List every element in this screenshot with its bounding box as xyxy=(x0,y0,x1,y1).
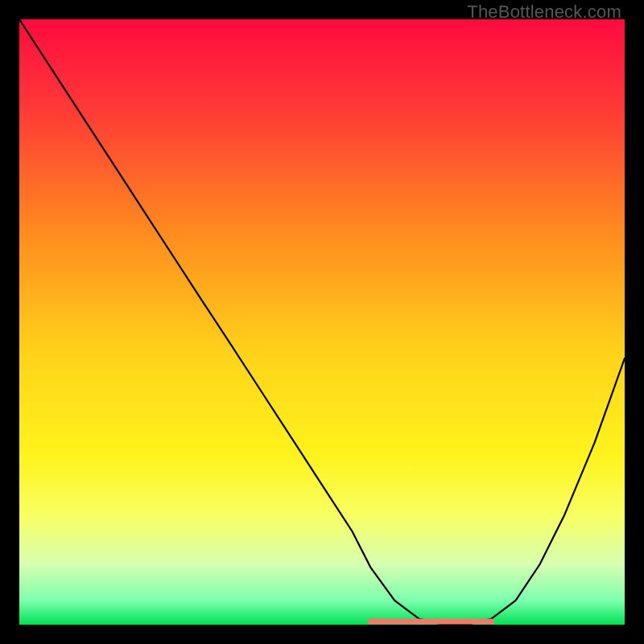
gradient-background xyxy=(19,19,625,625)
bottleneck-chart xyxy=(19,19,625,625)
watermark-text: TheBottleneck.com xyxy=(467,2,621,23)
